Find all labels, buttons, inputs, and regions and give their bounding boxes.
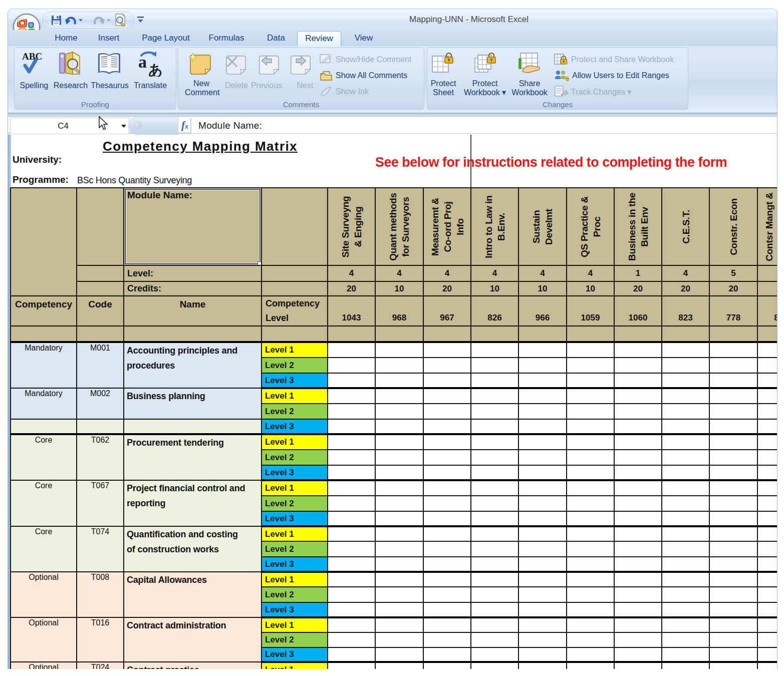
svg-text:a: a — [138, 53, 147, 71]
svg-text:あ: あ — [148, 62, 163, 77]
svg-text:ABC: ABC — [22, 51, 42, 62]
